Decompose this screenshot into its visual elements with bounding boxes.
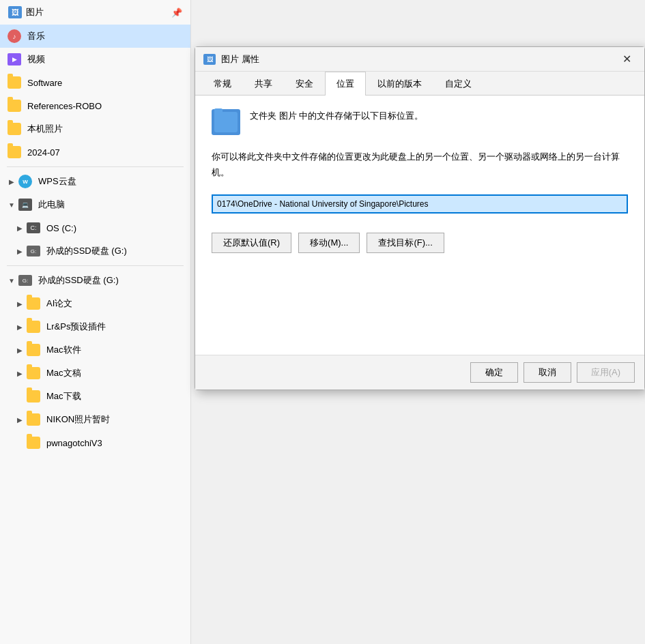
sidebar-item-label: 孙成的SSD硬盘 (G:) [38, 274, 119, 287]
sidebar-item-label: Lr&Ps预设插件 [46, 321, 106, 333]
sidebar-item-references[interactable]: References-ROBO [0, 94, 190, 117]
sidebar-item-label: 孙成的SSD硬盘 (G:) [46, 245, 127, 257]
folder-icon [7, 98, 22, 113]
folder-icon [26, 296, 41, 311]
chevron-right-icon: ▶ [15, 345, 25, 355]
close-button[interactable]: ✕ [617, 51, 636, 68]
sidebar-item-label: 此电脑 [38, 199, 65, 211]
folder-icon [26, 412, 41, 427]
chevron-right-icon: ▶ [15, 415, 25, 424]
sidebar-item-mac-doc[interactable]: ▶ Mac文稿 [0, 362, 190, 385]
sidebar-item-ai-paper[interactable]: ▶ AI论文 [0, 292, 190, 315]
chevron-right-icon: ▶ [15, 246, 25, 256]
folder-large-icon [212, 109, 240, 135]
chevron-down-icon: ▼ [7, 276, 16, 285]
sidebar-item-lr-ps[interactable]: ▶ Lr&Ps预设插件 [0, 315, 190, 338]
divider [7, 166, 184, 167]
dialog-title-icon: 🖼 [203, 54, 216, 65]
folder-icon [26, 319, 41, 334]
tab-share[interactable]: 共享 [243, 72, 284, 96]
dialog-footer: 确定 取消 应用(A) [195, 355, 644, 390]
sidebar-item-ssd-g2[interactable]: ▼ G: 孙成的SSD硬盘 (G:) [0, 269, 190, 292]
sidebar-item-this-pc[interactable]: ▼ 💻 此电脑 [0, 193, 190, 216]
sidebar-item-label: 视频 [27, 53, 45, 65]
sidebar-item-os-c[interactable]: ▶ C: OS (C:) [0, 216, 190, 239]
cancel-button[interactable]: 取消 [524, 362, 571, 383]
sidebar-item-software[interactable]: Software [0, 71, 190, 94]
folder-icon [26, 366, 41, 381]
sidebar-item-label: WPS云盘 [38, 175, 76, 188]
video-icon: ▶ [7, 52, 22, 67]
folder-icon [7, 121, 22, 136]
divider [7, 265, 184, 266]
tab-custom[interactable]: 自定义 [433, 72, 483, 96]
disk2-icon: G: [18, 273, 33, 288]
sidebar-item-label: AI论文 [46, 297, 72, 310]
sidebar-item-label: pwnagotchiV3 [46, 438, 102, 448]
wps-icon: W [18, 174, 33, 189]
chevron-right-icon: ▶ [15, 223, 25, 233]
pc-icon: 💻 [18, 197, 33, 212]
explorer-header-title: 图片 [26, 6, 44, 18]
sidebar-item-label: 本机照片 [27, 123, 63, 135]
sidebar-item-label: 音乐 [27, 30, 45, 42]
tab-security[interactable]: 安全 [284, 72, 325, 96]
sidebar-item-local-photos[interactable]: 本机照片 [0, 117, 190, 141]
folder-icon [26, 435, 41, 450]
dialog-tabs: 常规 共享 安全 位置 以前的版本 自定义 [195, 72, 644, 96]
pin-icon: 📌 [171, 8, 182, 18]
folder-icon [7, 75, 22, 90]
sidebar-item-label: OS (C:) [46, 223, 76, 233]
apply-button[interactable]: 应用(A) [577, 362, 635, 383]
dialog-body: 文件夹 图片 中的文件存储于以下目标位置。 你可以将此文件夹中文件存储的位置更改… [195, 96, 644, 355]
tab-previous-versions[interactable]: 以前的版本 [366, 72, 433, 96]
disk2-icon: G: [26, 244, 41, 259]
sidebar-item-mac-dl[interactable]: Mac下载 [0, 385, 190, 408]
sidebar-item-label: NIKON照片暂时 [46, 413, 110, 426]
sidebar-item-label: Mac下载 [46, 390, 81, 402]
header-left: 🖼 图片 [8, 6, 44, 18]
sidebar-item-2024-07[interactable]: 2024-07 [0, 141, 190, 164]
explorer-panel: 🖼 图片 📌 ♪ 音乐 ▶ 视频 Software References-ROB… [0, 0, 191, 644]
sidebar-item-label: Mac软件 [46, 344, 81, 356]
sidebar-item-nikon[interactable]: ▶ NIKON照片暂时 [0, 408, 190, 431]
disk-icon: C: [26, 220, 41, 235]
properties-dialog: 🖼 图片 属性 ✕ 常规 共享 安全 位置 以前的版本 自定义 文件夹 图片 中… [195, 46, 645, 390]
sidebar-item-video[interactable]: ▶ 视频 [0, 48, 190, 71]
sidebar-item-mac-software[interactable]: ▶ Mac软件 [0, 338, 190, 362]
desc-text: 你可以将此文件夹中文件存储的位置更改为此硬盘上的另一个位置、另一个驱动器或网络上… [212, 149, 628, 181]
title-left: 🖼 图片 属性 [203, 53, 259, 65]
info-row: 文件夹 图片 中的文件存储于以下目标位置。 [212, 109, 628, 135]
ok-button[interactable]: 确定 [470, 362, 518, 383]
chevron-right-icon: ▶ [15, 299, 25, 308]
sidebar-item-pwnagotchi[interactable]: pwnagotchiV3 [0, 431, 190, 454]
sidebar-item-label: Software [27, 78, 62, 88]
sidebar-item-label: 2024-07 [27, 147, 60, 158]
explorer-header: 🖼 图片 📌 [0, 0, 190, 25]
find-target-button[interactable]: 查找目标(F)... [367, 233, 444, 253]
dialog-titlebar: 🖼 图片 属性 ✕ [195, 47, 644, 72]
sidebar-item-ssd-g1[interactable]: ▶ G: 孙成的SSD硬盘 (G:) [0, 239, 190, 263]
move-button[interactable]: 移动(M)... [298, 233, 360, 253]
folder-icon [26, 389, 41, 404]
path-input[interactable] [212, 194, 628, 214]
music-icon: ♪ [7, 29, 22, 44]
chevron-down-icon: ▼ [7, 200, 16, 209]
folder-icon [7, 145, 22, 160]
info-text: 文件夹 图片 中的文件存储于以下目标位置。 [250, 109, 423, 123]
chevron-right-icon: ▶ [15, 368, 25, 378]
chevron-right-icon: ▶ [7, 177, 16, 186]
tab-location[interactable]: 位置 [325, 72, 366, 96]
chevron-right-icon: ▶ [15, 322, 25, 332]
action-buttons: 还原默认值(R) 移动(M)... 查找目标(F)... [212, 233, 628, 253]
restore-default-button[interactable]: 还原默认值(R) [212, 233, 291, 253]
folder-icon [26, 342, 41, 357]
sidebar-item-music[interactable]: ♪ 音乐 [0, 25, 190, 48]
sidebar-item-label: References-ROBO [27, 101, 102, 111]
tab-general[interactable]: 常规 [202, 72, 243, 96]
pictures-header-icon: 🖼 [8, 6, 22, 18]
sidebar-item-wps[interactable]: ▶ W WPS云盘 [0, 170, 190, 193]
sidebar-item-label: Mac文稿 [46, 367, 81, 379]
dialog-title-text: 图片 属性 [221, 53, 259, 65]
